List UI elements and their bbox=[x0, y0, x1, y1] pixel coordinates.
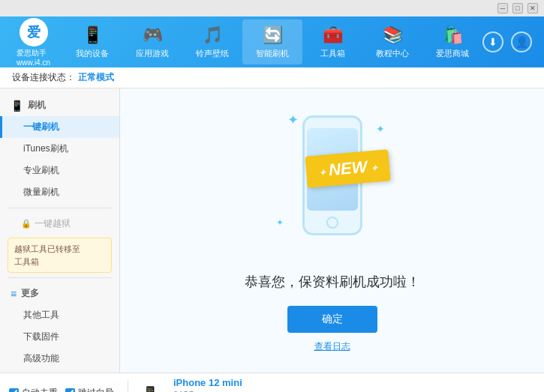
device-name: iPhone 12 mini bbox=[173, 377, 242, 388]
sidebar-item-pro-flash[interactable]: 专业刷机 bbox=[0, 160, 119, 181]
title-bar: ─ □ ✕ bbox=[0, 0, 544, 16]
main-container: 📱 刷机 一键刷机 iTunes刷机 专业刷机 微量刷机 🔒 一键越狱 越狱工具… bbox=[0, 88, 544, 373]
download-btn[interactable]: ⬇ bbox=[482, 31, 503, 52]
nav-toolbox[interactable]: 🧰 工具箱 bbox=[302, 19, 362, 64]
nav-ringtone[interactable]: 🎵 铃声壁纸 bbox=[182, 19, 242, 64]
success-text: 恭喜您，保资料刷机成功啦！ bbox=[245, 273, 420, 291]
logo-icon: 爱 bbox=[20, 18, 48, 46]
maximize-btn[interactable]: □ bbox=[512, 3, 523, 13]
sidebar-locked-jailbreak: 🔒 一键越狱 bbox=[0, 213, 119, 235]
bottom-bar: 自动去重 跳过向导 📱 iPhone 12 mini 64GB Down-12m… bbox=[0, 373, 544, 392]
nav-flash-icon: 🔄 bbox=[263, 25, 283, 45]
header-right: ⬇ 👤 bbox=[482, 31, 532, 52]
nav-apps-games[interactable]: 🎮 应用游戏 bbox=[122, 19, 182, 64]
user-btn[interactable]: 👤 bbox=[511, 31, 532, 52]
status-bar: 设备连接状态： 正常模式 bbox=[0, 67, 544, 88]
sidebar-item-download-firmware[interactable]: 下载固件 bbox=[0, 326, 119, 348]
nav-apps-icon: 🎮 bbox=[143, 25, 163, 45]
nav-my-device[interactable]: 📱 我的设备 bbox=[62, 19, 122, 64]
nav-bar: 📱 我的设备 🎮 应用游戏 🎵 铃声壁纸 🔄 智能刷机 🧰 工具箱 📚 教程中心… bbox=[62, 19, 482, 64]
sidebar-divider-1 bbox=[8, 208, 112, 208]
nav-device-icon: 📱 bbox=[83, 25, 103, 45]
auto-dedupe-checkbox[interactable]: 自动去重 bbox=[9, 387, 58, 392]
nav-tutorial-icon: 📚 bbox=[383, 25, 403, 45]
more-section-icon: ≡ bbox=[11, 288, 17, 300]
sidebar-jailbreak-notice: 越狱工具已转移至工具箱 bbox=[8, 238, 112, 273]
sidebar-section-more: ≡ 更多 bbox=[0, 283, 119, 304]
sidebar-item-one-click-flash[interactable]: 一键刷机 bbox=[0, 116, 119, 138]
phone-home-btn bbox=[326, 217, 338, 229]
sidebar: 📱 刷机 一键刷机 iTunes刷机 专业刷机 微量刷机 🔒 一键越狱 越狱工具… bbox=[0, 88, 120, 373]
sparkle-1: ✦ bbox=[287, 112, 299, 128]
sidebar-item-other-tools[interactable]: 其他工具 bbox=[0, 304, 119, 326]
nav-toolbox-icon: 🧰 bbox=[323, 25, 343, 45]
sidebar-item-micro-flash[interactable]: 微量刷机 bbox=[0, 181, 119, 203]
bottom-divider bbox=[128, 380, 128, 393]
nav-store[interactable]: 🛍️ 爱思商城 bbox=[422, 19, 482, 64]
nav-store-icon: 🛍️ bbox=[443, 25, 463, 45]
sparkle-3: ✦ bbox=[276, 217, 284, 228]
status-value: 正常模式 bbox=[78, 71, 114, 84]
phone-illustration: ✦ ✦ ✦ NEW bbox=[265, 108, 400, 258]
content-area: ✦ ✦ ✦ NEW 恭喜您，保资料刷机成功啦！ 确定 查看日志 bbox=[120, 88, 544, 373]
device-info: iPhone 12 mini 64GB Down-12mini-13,1 bbox=[173, 377, 242, 392]
logo-text: 爱思助手 www.i4.cn bbox=[17, 48, 50, 67]
sidebar-item-advanced[interactable]: 高级功能 bbox=[0, 348, 119, 370]
sidebar-item-itunes-flash[interactable]: iTunes刷机 bbox=[0, 138, 119, 160]
sparkle-2: ✦ bbox=[376, 123, 385, 135]
skip-wizard-input[interactable] bbox=[65, 388, 75, 392]
auto-dedupe-input[interactable] bbox=[9, 388, 19, 392]
nav-tutorial[interactable]: 📚 教程中心 bbox=[362, 19, 422, 64]
close-btn[interactable]: ✕ bbox=[527, 3, 538, 13]
header: 爱 爱思助手 www.i4.cn 📱 我的设备 🎮 应用游戏 🎵 铃声壁纸 🔄 … bbox=[0, 16, 544, 67]
sidebar-section-flash: 📱 刷机 bbox=[0, 94, 119, 116]
logo-area: 爱 爱思助手 www.i4.cn bbox=[12, 18, 55, 67]
flash-section-icon: 📱 bbox=[11, 100, 23, 112]
minimize-btn[interactable]: ─ bbox=[497, 3, 508, 13]
nav-smart-flash[interactable]: 🔄 智能刷机 bbox=[242, 19, 302, 64]
skip-wizard-checkbox[interactable]: 跳过向导 bbox=[65, 387, 114, 392]
device-icon: 📱 bbox=[142, 385, 158, 393]
confirm-button[interactable]: 确定 bbox=[287, 306, 377, 333]
lock-icon: 🔒 bbox=[21, 219, 32, 229]
revisit-log-link[interactable]: 查看日志 bbox=[314, 340, 350, 353]
nav-ringtone-icon: 🎵 bbox=[203, 25, 223, 45]
bottom-left: 自动去重 跳过向导 📱 iPhone 12 mini 64GB Down-12m… bbox=[9, 377, 535, 392]
new-badge: NEW bbox=[305, 149, 391, 188]
sidebar-divider-2 bbox=[8, 277, 112, 278]
